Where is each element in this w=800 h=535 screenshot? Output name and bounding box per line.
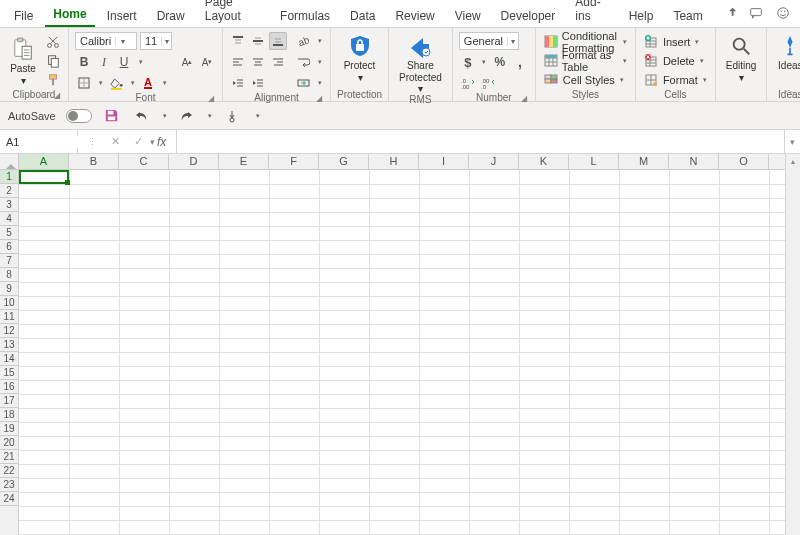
row-headers[interactable]: 123456789101112131415161718192021222324 [0,170,19,535]
tab-help[interactable]: Help [621,4,662,27]
font-name-select[interactable]: Calibri▾ [75,32,137,50]
col-header[interactable]: B [69,154,119,169]
col-header[interactable]: E [219,154,269,169]
active-cell[interactable] [19,170,69,184]
launcher-icon[interactable]: ◢ [54,91,60,100]
fill-more[interactable]: ▾ [127,74,137,92]
col-header[interactable]: O [719,154,769,169]
percent-button[interactable]: % [491,53,509,71]
orientation-button[interactable]: ab [294,32,312,50]
align-left-button[interactable] [229,53,247,71]
align-center-button[interactable] [249,53,267,71]
italic-button[interactable]: I [95,53,113,71]
tab-file[interactable]: File [6,4,41,27]
row-header[interactable]: 18 [0,408,18,422]
col-header[interactable]: I [419,154,469,169]
col-header[interactable]: G [319,154,369,169]
tab-home[interactable]: Home [45,2,94,27]
share-icon[interactable] [722,3,738,23]
cells-area[interactable] [19,170,785,535]
ideas-button[interactable]: Ideas [773,32,800,71]
redo-history[interactable]: ▾ [208,112,212,120]
row-header[interactable]: 5 [0,226,18,240]
launcher-icon[interactable]: ◢ [208,94,214,103]
fill-color-button[interactable] [107,74,125,92]
bold-button[interactable]: B [75,53,93,71]
row-header[interactable]: 21 [0,450,18,464]
col-header[interactable]: N [669,154,719,169]
redo-button[interactable] [177,106,197,126]
row-header[interactable]: 8 [0,268,18,282]
grow-font-button[interactable]: A▴ [178,53,196,71]
row-header[interactable]: 22 [0,464,18,478]
tab-addins[interactable]: Add-ins [567,0,616,27]
currency-more[interactable]: ▾ [479,53,489,71]
row-header[interactable]: 15 [0,366,18,380]
borders-button[interactable] [75,74,93,92]
save-button[interactable] [102,106,122,126]
format-painter-button[interactable] [44,71,62,89]
cell-styles-button[interactable]: Cell Styles ▾ [542,72,629,88]
row-header[interactable]: 20 [0,436,18,450]
fx-icon[interactable]: fx [157,135,166,149]
row-header[interactable]: 12 [0,324,18,338]
collapse-ribbon-button[interactable]: ︿ [784,83,794,97]
row-header[interactable]: 9 [0,282,18,296]
share-protected-button[interactable]: Share Protected ▾ [395,32,446,94]
borders-more[interactable]: ▾ [95,74,105,92]
touch-mode-button[interactable] [222,106,242,126]
row-header[interactable]: 10 [0,296,18,310]
row-header[interactable]: 11 [0,310,18,324]
tab-view[interactable]: View [447,4,489,27]
col-header[interactable]: C [119,154,169,169]
row-header[interactable]: 4 [0,212,18,226]
paste-button[interactable]: Paste ▾ [6,35,40,86]
row-header[interactable]: 2 [0,184,18,198]
merge-more[interactable]: ▾ [314,74,324,92]
insert-cells-button[interactable]: Insert ▾ [642,34,709,50]
col-header[interactable]: F [269,154,319,169]
orientation-more[interactable]: ▾ [314,32,324,50]
row-header[interactable]: 7 [0,254,18,268]
launcher-icon[interactable]: ◢ [316,94,322,103]
row-header[interactable]: 6 [0,240,18,254]
tab-team[interactable]: Team [665,4,710,27]
formula-input[interactable] [177,130,784,153]
row-header[interactable]: 13 [0,338,18,352]
font-color-button[interactable]: A [139,74,157,92]
underline-button[interactable]: U [115,53,133,71]
expand-formula-button[interactable]: ▾ [784,130,800,153]
align-bottom-button[interactable] [269,32,287,50]
editing-button[interactable]: Editing ▾ [722,32,761,83]
merge-button[interactable] [294,74,312,92]
autosave-toggle[interactable] [66,109,92,123]
wrap-more[interactable]: ▾ [314,53,324,71]
increase-indent-button[interactable] [249,74,267,92]
vertical-scrollbar[interactable]: ▴ [785,154,800,535]
tab-insert[interactable]: Insert [99,4,145,27]
row-header[interactable]: 19 [0,422,18,436]
number-format-select[interactable]: General▾ [459,32,519,50]
font-size-select[interactable]: 11▾ [140,32,172,50]
comma-button[interactable]: , [511,53,529,71]
row-header[interactable]: 16 [0,380,18,394]
name-box[interactable]: ▾ [0,130,78,153]
copy-button[interactable] [44,52,62,70]
tab-formulas[interactable]: Formulas [272,4,338,27]
row-header[interactable]: 1 [0,170,18,184]
delete-cells-button[interactable]: Delete ▾ [642,53,709,69]
comments-icon[interactable] [748,3,764,23]
undo-button[interactable] [132,106,152,126]
protect-button[interactable]: Protect ▾ [340,32,380,83]
underline-more[interactable]: ▾ [135,53,145,71]
row-header[interactable]: 3 [0,198,18,212]
align-right-button[interactable] [269,53,287,71]
shrink-font-button[interactable]: A▾ [198,53,216,71]
row-header[interactable]: 23 [0,478,18,492]
decrease-decimal-button[interactable]: .00.0 [479,74,497,92]
tab-data[interactable]: Data [342,4,383,27]
align-top-button[interactable] [229,32,247,50]
column-headers[interactable]: ABCDEFGHIJKLMNO [19,154,785,170]
accept-formula-icon[interactable]: ✓ [134,135,143,148]
tab-developer[interactable]: Developer [493,4,564,27]
